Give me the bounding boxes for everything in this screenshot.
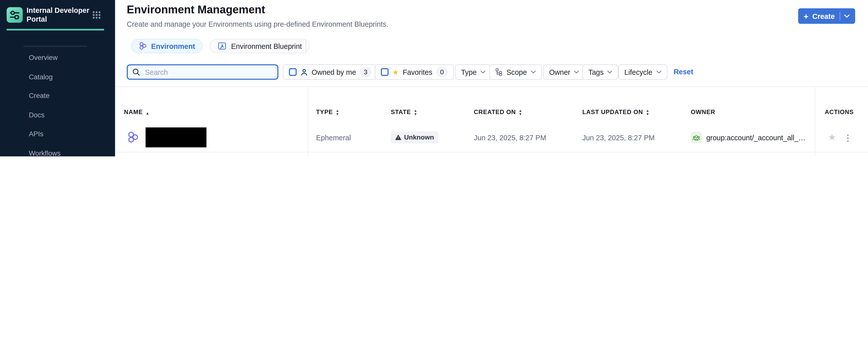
column-header-last-updated-on[interactable]: LAST UPDATED ON ▲▼ — [582, 87, 688, 123]
owner-filter-dropdown[interactable]: Owner — [543, 64, 585, 80]
sidebar-nav: Overview Catalog Create Docs APIs Workfl… — [0, 48, 115, 156]
create-button[interactable]: + Create — [798, 8, 855, 24]
sidebar-divider-top — [23, 46, 87, 47]
column-header-state[interactable]: STATE ▲▼ — [391, 87, 474, 123]
sort-icon: ▲▼ — [336, 109, 339, 115]
favorites-checkbox[interactable] — [381, 68, 389, 76]
sidebar-item-docs[interactable]: Docs — [0, 106, 115, 125]
page-title: Environment Management — [127, 3, 265, 16]
favorites-count: 0 — [436, 67, 448, 77]
person-icon — [301, 68, 308, 76]
column-header-owner: OWNER — [689, 87, 815, 123]
button-divider — [840, 11, 840, 20]
status-badge: Unknown — [391, 131, 438, 143]
blueprint-icon — [218, 41, 227, 50]
column-header-actions: ACTIONS — [815, 87, 868, 123]
favorites-filter[interactable]: ★ Favorites 0 — [375, 64, 454, 80]
search-box[interactable] — [127, 64, 279, 80]
sort-icon: ▲▼ — [519, 109, 522, 115]
kebab-menu-icon[interactable]: ⋮ — [844, 133, 852, 142]
table-row[interactable]: Ephemeral Unknown Jun 23, 2025, 8:27 PM … — [115, 123, 868, 152]
sidebar-item-workflows[interactable]: Workflows — [0, 144, 115, 156]
scope-filter-dropdown[interactable]: Scope — [489, 64, 542, 80]
column-header-created-on[interactable]: CREATED ON ▲▼ — [474, 87, 582, 123]
tags-filter-dropdown[interactable]: Tags — [582, 64, 618, 80]
app-window: Internal Developer Portal Overview Catal… — [0, 0, 868, 156]
tab-environment-blueprint[interactable]: Environment Blueprint — [210, 39, 310, 53]
tabs-divider — [305, 39, 306, 54]
portal-logo-icon[interactable] — [6, 7, 23, 23]
table-header-row: NAME ▲ TYPE ▲▼ STATE ▲▼ CREATED ON ▲▼ LA… — [115, 87, 868, 123]
chevron-down-icon — [480, 70, 486, 74]
owned-by-me-count: 3 — [360, 67, 371, 77]
page-subtitle: Create and manage your Environments usin… — [127, 20, 389, 28]
sidebar-item-catalog[interactable]: Catalog — [0, 67, 115, 86]
owned-by-me-filter[interactable]: Owned by me 3 — [283, 64, 377, 80]
chevron-down-icon — [607, 70, 612, 74]
chevron-down-icon — [574, 70, 579, 74]
search-input[interactable] — [144, 67, 268, 77]
chevron-down-icon[interactable] — [844, 15, 849, 18]
favorite-star-icon[interactable]: ★ — [828, 133, 836, 142]
sidebar-item-apis[interactable]: APIs — [0, 125, 115, 144]
hierarchy-icon — [495, 68, 503, 76]
sidebar: Internal Developer Portal Overview Catal… — [0, 0, 115, 156]
star-icon: ★ — [393, 68, 399, 76]
column-header-type[interactable]: TYPE ▲▼ — [308, 87, 391, 123]
app-switcher-icon[interactable] — [92, 11, 101, 19]
hexagons-icon — [139, 41, 147, 50]
type-filter-dropdown[interactable]: Type — [455, 64, 492, 80]
group-icon — [691, 132, 702, 143]
filter-bar: Owned by me 3 ★ Favorites 0 Type — [115, 64, 868, 80]
sort-asc-icon: ▲ — [146, 111, 150, 115]
owned-by-me-checkbox[interactable] — [289, 68, 297, 76]
main-content: Environment Management Create and manage… — [115, 0, 868, 156]
search-icon — [132, 68, 140, 76]
table-row[interactable]: ChristiansEnvironment ID: christiansenvi… — [115, 152, 868, 156]
environments-table: NAME ▲ TYPE ▲▼ STATE ▲▼ CREATED ON ▲▼ LA… — [115, 86, 868, 156]
hexagons-icon — [127, 131, 140, 144]
redacted-environment-name — [146, 127, 207, 147]
tab-environment[interactable]: Environment — [131, 39, 203, 53]
sidebar-item-overview[interactable]: Overview — [0, 48, 115, 67]
sort-icon: ▲▼ — [646, 109, 650, 115]
plus-icon: + — [804, 11, 808, 21]
sidebar-item-create[interactable]: Create — [0, 86, 115, 106]
chevron-down-icon — [656, 70, 661, 74]
chevron-down-icon — [531, 70, 536, 74]
sort-icon: ▲▼ — [414, 109, 417, 115]
brand-title: Internal Developer Portal — [27, 6, 90, 24]
entity-type-tabs: Environment Environment Blueprint — [131, 39, 309, 53]
reset-filters-link[interactable]: Reset — [674, 67, 693, 76]
column-header-name[interactable]: NAME ▲ — [115, 87, 308, 123]
lifecycle-filter-dropdown[interactable]: Lifecycle — [618, 64, 667, 80]
sidebar-accent-line — [6, 29, 104, 30]
